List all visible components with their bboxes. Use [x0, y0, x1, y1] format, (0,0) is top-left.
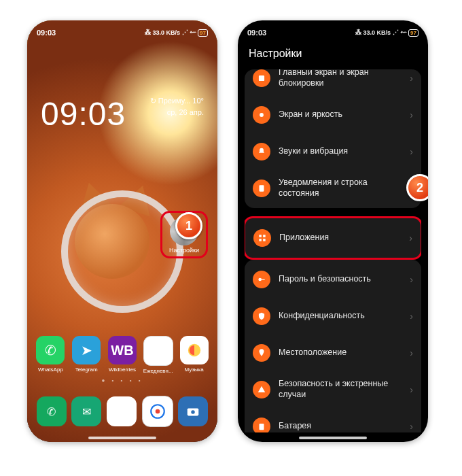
- chevron-right-icon: ›: [410, 109, 413, 120]
- svg-rect-7: [260, 185, 264, 191]
- app-wildberries[interactable]: WBWildberries: [107, 336, 138, 374]
- chevron-right-icon: ›: [410, 347, 413, 358]
- weather-widget[interactable]: Преиму... 10° ср, 26 апр.: [150, 95, 204, 133]
- home-icon: [253, 69, 270, 87]
- chevron-right-icon: ›: [410, 384, 413, 395]
- chevron-right-icon: ›: [410, 421, 413, 432]
- key-icon: [253, 271, 270, 288]
- chevron-right-icon: ›: [410, 311, 413, 322]
- app-whatsapp[interactable]: ✆WhatsApp: [35, 336, 66, 374]
- svg-point-12: [258, 278, 262, 282]
- row-battery[interactable]: Батарея›: [245, 408, 421, 432]
- browser-icon[interactable]: [142, 396, 173, 427]
- chevron-right-icon: ›: [410, 274, 413, 285]
- status-time: 09:03: [247, 29, 266, 37]
- nav-bar[interactable]: [88, 437, 156, 439]
- svg-rect-8: [259, 235, 262, 237]
- battery-icon: 97: [408, 29, 419, 37]
- row-display[interactable]: Экран и яркость›: [245, 97, 421, 133]
- page-indicator[interactable]: ● • • • •: [27, 377, 217, 384]
- svg-rect-11: [263, 239, 266, 241]
- row-apps-highlight[interactable]: Приложения›: [245, 216, 421, 260]
- row-sound[interactable]: Звуки и вибрация›: [245, 133, 421, 170]
- shield-icon: [253, 307, 270, 325]
- dock: ✆ ✉ Я: [34, 392, 211, 431]
- big-time: 09:03: [41, 95, 126, 133]
- battery-icon: 97: [198, 29, 208, 37]
- settings-group: Пароль и безопасность› Конфиденциальност…: [245, 260, 421, 432]
- chevron-right-icon: ›: [409, 233, 412, 243]
- status-bar: 09:03 ⁂ 33.0 KB/s ⋰ ⬳ 97: [27, 20, 217, 42]
- app-telegram[interactable]: ➤Telegram: [71, 336, 102, 374]
- row-password[interactable]: Пароль и безопасность›: [245, 261, 421, 298]
- status-bar: 09:03 ⁂ 33.0 KB/s ⋰ ⬳ 97: [238, 20, 428, 42]
- sun-icon: [253, 106, 270, 124]
- checkmark-icon: ✔: [143, 336, 173, 366]
- messages-icon[interactable]: ✉: [71, 396, 101, 426]
- yandex-icon[interactable]: Я: [107, 396, 137, 426]
- app-music[interactable]: Музыка: [179, 336, 210, 374]
- step-badge-1: 1: [175, 212, 202, 239]
- page-title: Настройки: [249, 48, 302, 60]
- row-emergency[interactable]: Безопасность и экстренные случаи›: [245, 371, 421, 408]
- svg-rect-14: [260, 424, 264, 430]
- svg-point-2: [155, 409, 160, 414]
- settings-list[interactable]: Главный экран и экран блокировки› Экран …: [245, 69, 421, 432]
- svg-rect-10: [259, 239, 262, 241]
- nav-bar[interactable]: [299, 437, 367, 439]
- svg-rect-5: [259, 75, 264, 81]
- svg-rect-13: [261, 279, 264, 279]
- app-row: ✆WhatsApp ➤Telegram WBWildberries ✔Ежедн…: [27, 336, 217, 374]
- chevron-right-icon: ›: [410, 73, 413, 84]
- row-apps[interactable]: Приложения›: [245, 220, 421, 256]
- app-calendar[interactable]: ✔Ежедневн...: [143, 336, 174, 374]
- svg-point-4: [191, 410, 195, 414]
- settings-app-label: Настройки: [164, 247, 205, 254]
- bell-icon: [253, 143, 270, 160]
- camera-icon[interactable]: [178, 396, 208, 426]
- clock-widget[interactable]: 09:03 Преиму... 10° ср, 26 апр.: [41, 95, 204, 133]
- status-time: 09:03: [37, 29, 56, 37]
- row-privacy[interactable]: Конфиденциальность›: [245, 298, 421, 335]
- location-icon: [253, 344, 270, 362]
- status-icons: ⁂ 33.0 KB/s ⋰ ⬳ 97: [145, 29, 208, 37]
- telegram-icon: ➤: [72, 336, 101, 364]
- row-location[interactable]: Местоположение›: [245, 335, 421, 371]
- phone-settings-screen: 09:03 ⁂ 33.0 KB/s ⋰ ⬳ 97 Настройки Главн…: [238, 20, 428, 442]
- weather-summary: Преиму... 10°: [150, 95, 204, 107]
- apps-icon: [253, 229, 271, 247]
- status-icons: ⁂ 33.0 KB/s ⋰ ⬳ 97: [355, 29, 419, 37]
- whatsapp-icon: ✆: [36, 336, 65, 364]
- weather-date: ср, 26 апр.: [150, 107, 204, 118]
- notification-icon: [253, 180, 270, 197]
- emergency-icon: [253, 381, 270, 398]
- step-badge-2: 2: [406, 174, 428, 201]
- battery-icon: [253, 418, 270, 432]
- wildberries-icon: WB: [108, 336, 137, 364]
- chevron-right-icon: ›: [410, 146, 413, 157]
- phone-home-screen: 09:03 ⁂ 33.0 KB/s ⋰ ⬳ 97 09:03 Преиму...…: [27, 20, 217, 442]
- row-home-lock-screen[interactable]: Главный экран и экран блокировки›: [245, 69, 421, 97]
- svg-point-6: [260, 113, 264, 117]
- phone-icon[interactable]: ✆: [37, 396, 67, 426]
- music-icon: [180, 336, 209, 364]
- row-notifications[interactable]: Уведомления и строка состояния›: [245, 170, 421, 207]
- settings-group: Главный экран и экран блокировки› Экран …: [245, 69, 421, 208]
- svg-rect-9: [263, 235, 266, 237]
